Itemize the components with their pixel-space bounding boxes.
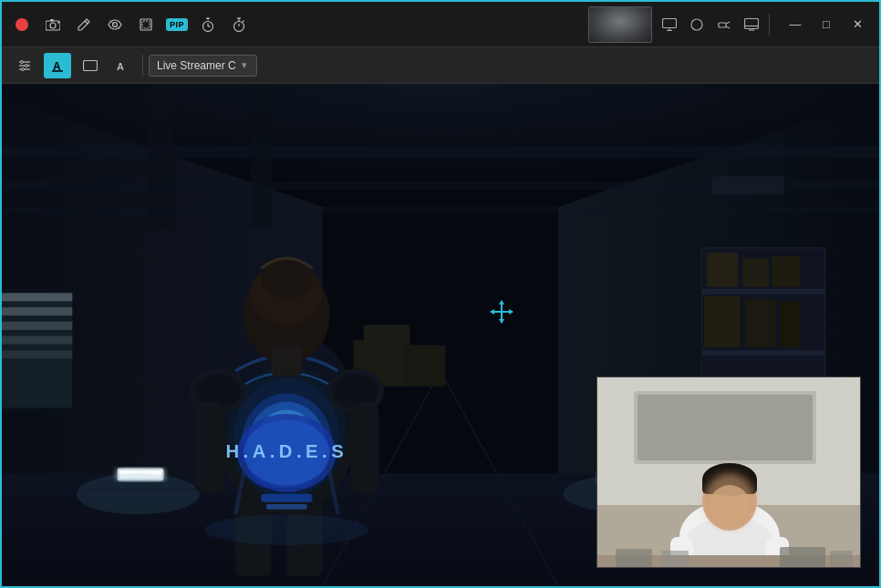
svg-text:H.A.D.E.S: H.A.D.E.S: [225, 441, 347, 461]
svg-text:A: A: [117, 61, 124, 72]
toolbar: A A Live Streamer C ▼: [2, 47, 879, 84]
svg-rect-54: [2, 293, 72, 301]
svg-rect-74: [772, 256, 800, 287]
monitor-icon[interactable]: [741, 15, 762, 35]
svg-line-26: [726, 26, 730, 28]
close-button[interactable]: ✕: [845, 12, 870, 37]
svg-rect-58: [2, 350, 72, 358]
titlebar-right: — □ ✕: [588, 6, 870, 43]
record-button[interactable]: [11, 14, 33, 36]
svg-rect-55: [2, 307, 72, 315]
svg-point-0: [16, 18, 28, 31]
scene-dropdown[interactable]: Live Streamer C ▼: [149, 55, 257, 77]
svg-marker-111: [499, 319, 504, 324]
scene-dropdown-label: Live Streamer C: [157, 59, 236, 72]
svg-rect-56: [2, 322, 72, 330]
svg-point-2: [50, 23, 56, 28]
svg-marker-112: [490, 309, 494, 315]
svg-rect-67: [405, 346, 446, 387]
svg-rect-20: [663, 18, 677, 27]
svg-rect-131: [661, 551, 689, 568]
svg-rect-3: [50, 19, 54, 22]
svg-rect-102: [266, 504, 307, 510]
pip-webcam-feed: [597, 377, 861, 568]
svg-rect-72: [707, 253, 738, 287]
titlebar: PIP: [2, 2, 879, 47]
svg-rect-78: [712, 176, 784, 194]
maximize-button[interactable]: □: [814, 12, 839, 37]
camera-icon[interactable]: [42, 14, 64, 36]
svg-rect-49: [2, 207, 879, 213]
pip-badge-label: PIP: [166, 18, 188, 31]
view-icon[interactable]: [104, 14, 126, 36]
screen-capture-tool[interactable]: [77, 53, 104, 78]
svg-marker-110: [499, 300, 504, 304]
toolbar-divider: [142, 55, 143, 77]
svg-rect-132: [780, 547, 825, 568]
broadcast-icon[interactable]: [714, 15, 734, 35]
display-icon[interactable]: [659, 15, 679, 35]
svg-point-23: [691, 19, 702, 30]
pip-overlay[interactable]: [596, 377, 861, 568]
timer-icon[interactable]: [197, 14, 219, 36]
svg-point-33: [21, 60, 24, 63]
svg-rect-118: [637, 395, 813, 460]
pip-icon[interactable]: PIP: [166, 14, 188, 36]
svg-rect-66: [364, 325, 410, 343]
move-cursor-icon[interactable]: [489, 299, 514, 330]
svg-rect-76: [745, 299, 776, 347]
svg-line-5: [85, 21, 88, 24]
main-content: H.A.D.E.S: [2, 84, 879, 586]
svg-marker-113: [509, 309, 513, 315]
svg-rect-73: [743, 258, 769, 286]
text-overlay-tool[interactable]: A: [44, 53, 71, 78]
svg-rect-57: [2, 336, 72, 345]
titlebar-left: PIP: [11, 14, 577, 36]
svg-point-34: [26, 64, 28, 67]
crop-icon[interactable]: [135, 14, 157, 36]
svg-line-19: [243, 20, 244, 22]
stopwatch-icon[interactable]: [228, 14, 250, 36]
svg-rect-130: [616, 549, 652, 568]
svg-rect-50: [149, 84, 174, 227]
svg-point-63: [77, 473, 200, 514]
svg-text:A: A: [53, 60, 61, 72]
svg-rect-47: [2, 145, 879, 157]
svg-rect-24: [719, 23, 726, 27]
svg-rect-69: [702, 289, 825, 294]
window-controls: — □ ✕: [783, 12, 870, 37]
titlebar-divider: [769, 14, 770, 36]
svg-rect-27: [745, 18, 759, 28]
text-add-tool[interactable]: A: [109, 53, 137, 78]
svg-point-103: [204, 514, 368, 545]
svg-rect-38: [84, 60, 98, 70]
svg-point-35: [22, 67, 25, 70]
svg-rect-101: [261, 494, 312, 502]
webcam-thumbnail[interactable]: [588, 6, 652, 43]
svg-rect-96: [350, 402, 378, 494]
svg-rect-77: [780, 301, 800, 347]
svg-rect-75: [704, 296, 740, 347]
svg-rect-70: [702, 350, 825, 356]
dropdown-arrow-icon: ▼: [240, 60, 249, 70]
circle-icon[interactable]: [687, 15, 707, 35]
svg-line-25: [726, 22, 730, 24]
webcam-thumbnail-image: [589, 7, 651, 42]
svg-rect-100: [271, 346, 302, 377]
svg-rect-51: [251, 84, 271, 227]
svg-rect-4: [57, 22, 59, 24]
svg-rect-9: [142, 21, 150, 28]
main-window: PIP: [0, 0, 881, 588]
svg-point-126: [710, 485, 750, 525]
draw-icon[interactable]: [73, 14, 95, 36]
settings-tool[interactable]: [11, 53, 38, 78]
svg-rect-133: [830, 551, 853, 568]
minimize-button[interactable]: —: [783, 12, 808, 37]
svg-rect-95: [194, 402, 223, 494]
